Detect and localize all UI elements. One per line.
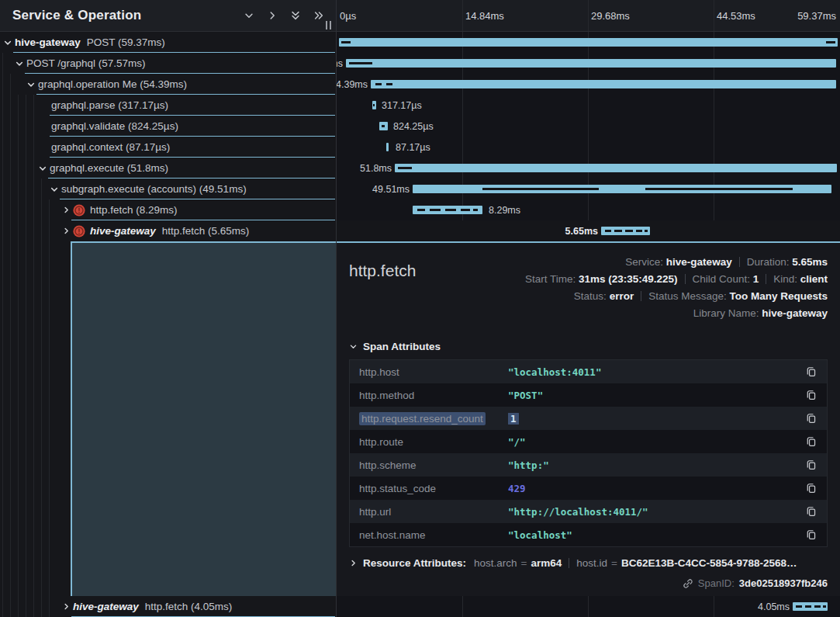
copy-icon[interactable] [802, 459, 821, 470]
chevron-right-icon[interactable] [349, 559, 358, 567]
copy-icon[interactable] [802, 413, 821, 424]
chevron-down-icon[interactable] [37, 163, 48, 174]
span-bar[interactable] [346, 59, 836, 68]
attribute-row[interactable]: http.host "localhost:4011" [350, 360, 827, 383]
copy-icon[interactable] [802, 366, 821, 377]
error-status-icon [73, 204, 85, 217]
attribute-row[interactable]: net.host.name "localhost" [350, 523, 827, 546]
bar-segment [814, 605, 821, 608]
collapse-all-icon[interactable] [289, 9, 302, 22]
attribute-row[interactable]: http.method "POST" [350, 383, 827, 407]
meta-status-message: Too Many Requests [729, 290, 828, 302]
tree-row[interactable]: graphql.parse (317.17µs) [0, 95, 335, 116]
copy-icon[interactable] [802, 483, 821, 494]
attribute-row[interactable]: http.route "/" [350, 430, 827, 453]
service-name: hive-gateway [73, 601, 139, 612]
tree-row[interactable]: POST /graphql (57.57ms) [0, 53, 335, 74]
span-label: subgraph.execute (accounts) (49.51ms) [61, 183, 247, 195]
gridline [462, 0, 463, 31]
bar-segment [826, 41, 835, 43]
attribute-value: 1 [508, 413, 519, 425]
span-bar[interactable] [413, 185, 831, 193]
chevron-right-icon[interactable] [60, 226, 71, 237]
chevron-down-icon[interactable] [49, 184, 60, 195]
span-bar[interactable] [371, 80, 836, 88]
span-bar[interactable] [372, 101, 376, 109]
span-attributes-toggle[interactable]: Span Attributes [349, 341, 828, 352]
tree-header: Service & Operation [0, 0, 336, 32]
tree-row[interactable]: graphql.context (87.17µs) [0, 137, 335, 158]
meta-service: hive-gateway [666, 256, 732, 268]
ruler-tick: 44.53ms [717, 0, 755, 31]
span-bar[interactable] [413, 206, 482, 214]
span-label: http.fetch (4.05ms) [145, 601, 233, 612]
tree-row-selected[interactable]: hive-gateway http.fetch (5.65ms) [0, 220, 335, 241]
indent-guide [41, 179, 42, 617]
chevron-down-icon[interactable] [26, 79, 36, 90]
copy-icon[interactable] [802, 529, 821, 540]
copy-icon[interactable] [802, 390, 821, 400]
tree-row[interactable]: http.fetch (8.29ms) [0, 199, 335, 220]
span-bar[interactable] [793, 602, 828, 611]
span-label: POST /graphql (57.57ms) [26, 57, 146, 69]
timeline-ruler: 0µs 14.84ms 29.68ms 44.53ms 59.37ms [337, 0, 840, 32]
meta-duration: 5.65ms [792, 256, 828, 268]
panel-resize-handle[interactable] [326, 21, 331, 29]
waterfall-row: 87.17µs [337, 137, 840, 158]
collapse-one-icon[interactable] [243, 9, 255, 22]
span-label: http.fetch (8.29ms) [90, 204, 178, 216]
resource-value: arm64 [531, 557, 562, 569]
timeline-panel: 0µs 14.84ms 29.68ms 44.53ms 59.37ms [337, 0, 840, 617]
chevron-down-icon[interactable] [2, 37, 13, 48]
copy-icon[interactable] [802, 436, 821, 447]
tree-row[interactable]: hive-gateway http.fetch (4.05ms) [0, 596, 335, 617]
expand-all-icon[interactable] [313, 9, 325, 22]
chevron-down-icon [349, 342, 358, 351]
attribute-row-selected[interactable]: http.request.resend_count 1 [350, 407, 827, 430]
service-name: hive-gateway [90, 225, 156, 237]
detail-header: http.fetch Service: hive-gatewayDuration… [349, 254, 828, 322]
copy-icon[interactable] [802, 506, 821, 517]
link-icon[interactable] [683, 578, 693, 589]
bar-segment [473, 209, 478, 211]
chevron-down-icon[interactable] [14, 58, 25, 69]
span-bar[interactable] [386, 143, 389, 151]
chevron-right-icon[interactable] [60, 601, 71, 612]
span-id-label: SpanID: [698, 577, 735, 589]
gridline [588, 596, 589, 617]
tree-row[interactable]: graphql.execute (51.8ms) [0, 158, 335, 179]
span-bar[interactable] [339, 38, 838, 47]
tree-row[interactable]: graphql.validate (824.25µs) [0, 116, 335, 137]
bar-duration-label: 54.39ms [337, 74, 368, 95]
expand-one-icon[interactable] [266, 9, 278, 22]
meta-kind: client [800, 273, 828, 285]
attribute-row[interactable]: http.scheme "http:" [350, 453, 827, 477]
bar-duration-label: 49.51ms [372, 179, 410, 199]
tree-row[interactable]: subgraph.execute (accounts) (49.51ms) [0, 179, 335, 199]
tree-row[interactable]: hive-gateway POST (59.37ms) [0, 32, 335, 53]
span-bar[interactable] [379, 122, 388, 130]
bar-duration-label: 4.05ms [758, 596, 790, 617]
bar-segment [823, 605, 826, 608]
bar-segment [445, 209, 456, 211]
attribute-value: "/" [508, 436, 802, 448]
gridline [714, 0, 714, 31]
ruler-tick: 29.68ms [591, 0, 630, 31]
bar-segment [341, 41, 351, 43]
indent-guide [18, 95, 19, 617]
resource-attributes-row: Resource Attributes: host.arch = arm64 h… [349, 557, 828, 569]
chevron-right-icon[interactable] [60, 205, 71, 216]
waterfall-row: 51.8ms [337, 158, 840, 179]
span-attributes-table: http.host "localhost:4011" http.method "… [349, 359, 828, 547]
attribute-row[interactable]: http.url "http://localhost:4011/" [350, 500, 827, 523]
trace-viewer: Service & Operation [0, 0, 840, 617]
span-bar[interactable] [601, 227, 650, 235]
attribute-row[interactable]: http.status_code 429 [350, 477, 827, 500]
bar-segment [417, 209, 425, 211]
span-bar[interactable] [395, 164, 837, 172]
span-label: http.fetch (5.65ms) [162, 225, 250, 237]
span-label: graphql.context (87.17µs) [51, 141, 170, 153]
tree-row[interactable]: graphql.operation Me (54.39ms) [0, 74, 335, 95]
indent-guide [33, 95, 34, 617]
error-status-icon [73, 225, 85, 237]
